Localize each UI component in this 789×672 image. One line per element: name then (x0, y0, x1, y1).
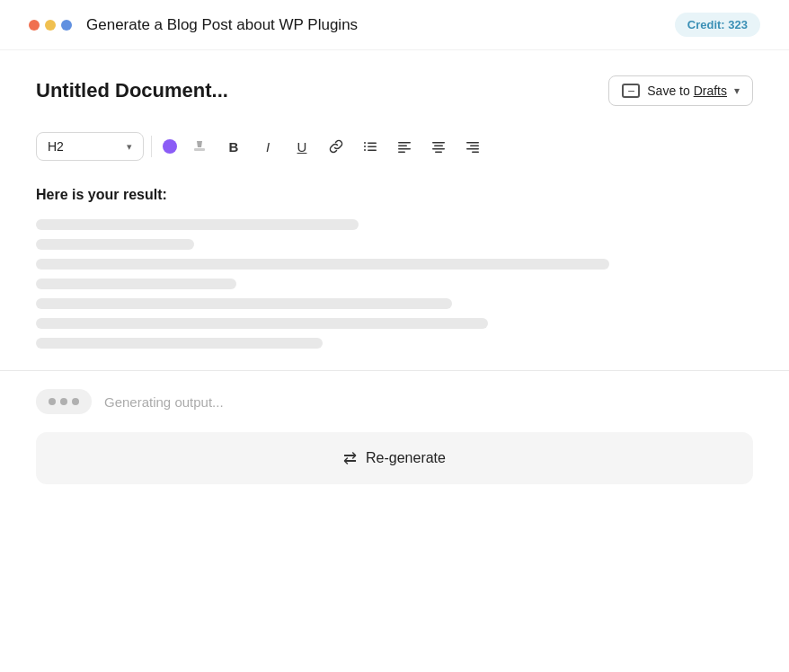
regenerate-label: Re-generate (366, 450, 446, 466)
heading-chevron-icon: ▾ (127, 141, 132, 153)
svg-rect-11 (432, 142, 445, 144)
svg-rect-0 (194, 148, 205, 151)
bold-label: B (229, 139, 239, 155)
loading-dot-2 (60, 398, 67, 405)
svg-rect-15 (466, 142, 479, 144)
svg-rect-7 (398, 142, 411, 144)
loading-dots (36, 389, 92, 414)
skeleton-line (36, 219, 359, 230)
drafts-icon (622, 84, 640, 98)
align-left-button[interactable] (389, 131, 420, 162)
save-drafts-button[interactable]: Save to Drafts ▾ (608, 75, 753, 106)
content-area: Untitled Document... Save to Drafts ▾ H2… (0, 50, 789, 371)
top-bar-left: Generate a Blog Post about WP Plugins (29, 16, 358, 34)
svg-rect-12 (434, 146, 443, 147)
dot-blue (61, 20, 72, 31)
doc-title: Untitled Document... (36, 79, 228, 102)
skeleton-line (36, 318, 488, 329)
bold-button[interactable]: B (218, 131, 249, 162)
align-right-icon (465, 139, 480, 154)
heading-value: H2 (48, 139, 64, 154)
italic-label: I (266, 139, 270, 155)
skeleton-line (36, 338, 323, 349)
svg-rect-5 (364, 149, 366, 151)
toolbar: H2 ▾ B I U (36, 131, 753, 162)
skeleton-line (36, 259, 609, 270)
svg-rect-18 (472, 152, 479, 154)
generating-text: Generating output... (104, 394, 224, 410)
svg-rect-8 (398, 146, 407, 147)
svg-rect-16 (470, 146, 479, 147)
svg-rect-17 (466, 148, 479, 150)
list-icon (363, 139, 377, 154)
generating-row: Generating output... (36, 389, 753, 414)
svg-rect-1 (364, 142, 366, 144)
svg-rect-13 (432, 148, 445, 150)
page-title: Generate a Blog Post about WP Plugins (86, 16, 358, 34)
dot-yellow (45, 20, 56, 31)
drafts-underline: Drafts (694, 84, 727, 98)
svg-rect-6 (368, 150, 377, 152)
underline-button[interactable]: U (287, 131, 317, 162)
toolbar-separator (151, 136, 152, 157)
link-icon (329, 139, 343, 154)
svg-rect-14 (435, 152, 442, 154)
doc-header: Untitled Document... Save to Drafts ▾ (36, 75, 753, 106)
align-center-icon (431, 139, 446, 154)
underline-label: U (297, 139, 307, 155)
skeleton-content (36, 219, 753, 349)
color-picker-dot[interactable] (163, 139, 177, 154)
loading-dot-3 (72, 398, 79, 405)
link-button[interactable] (321, 131, 351, 162)
highlight-button[interactable] (184, 131, 215, 162)
skeleton-line (36, 298, 452, 309)
skeleton-line (36, 239, 194, 250)
svg-rect-3 (364, 146, 366, 147)
generating-area: Generating output... ⇄ Re-generate (0, 371, 789, 493)
svg-rect-4 (368, 146, 377, 148)
italic-button[interactable]: I (253, 131, 283, 162)
chevron-down-icon: ▾ (734, 84, 740, 97)
skeleton-line (36, 279, 236, 289)
svg-rect-2 (368, 143, 377, 145)
align-center-button[interactable] (423, 131, 454, 162)
loading-dot-1 (49, 398, 56, 405)
credit-badge: Credit: 323 (675, 13, 760, 37)
list-button[interactable] (355, 131, 386, 162)
top-bar: Generate a Blog Post about WP Plugins Cr… (0, 0, 789, 50)
svg-rect-10 (398, 152, 405, 154)
align-right-button[interactable] (457, 131, 488, 162)
align-left-icon (397, 139, 412, 154)
dot-red (29, 20, 40, 31)
regenerate-button[interactable]: ⇄ Re-generate (36, 432, 753, 484)
regenerate-icon: ⇄ (343, 448, 357, 468)
highlight-icon (192, 139, 207, 154)
heading-select[interactable]: H2 ▾ (36, 132, 144, 161)
svg-rect-9 (398, 148, 411, 150)
save-drafts-label: Save to Drafts (647, 84, 727, 98)
result-label: Here is your result: (36, 187, 753, 203)
window-dots (29, 20, 72, 31)
